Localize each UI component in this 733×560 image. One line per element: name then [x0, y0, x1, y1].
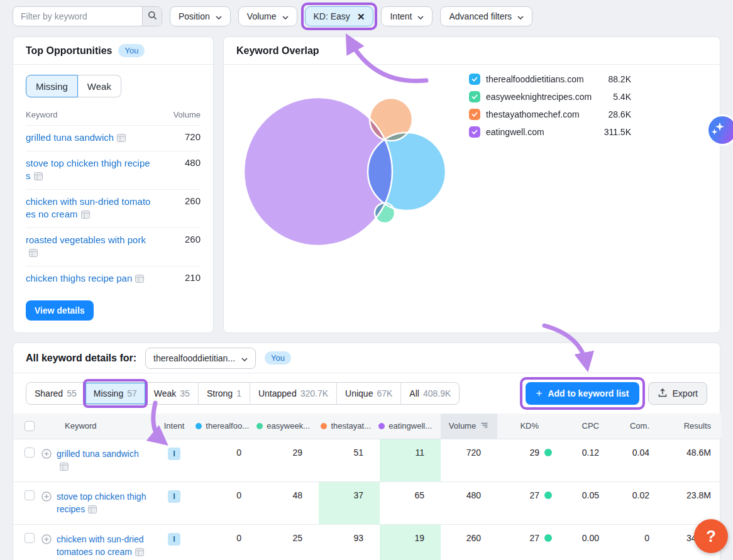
competitor-position-cell: 37 — [319, 481, 380, 524]
volume-header-label: Volume — [449, 421, 476, 431]
col-header-kd[interactable]: KD% — [497, 414, 560, 439]
keyword-link[interactable]: chicken with sun-dried tomatoes no cream — [26, 195, 155, 222]
col-header-competitor[interactable]: thestayat... — [319, 414, 380, 439]
export-icon — [658, 388, 668, 400]
expand-plus-icon[interactable] — [41, 491, 52, 517]
tab-label: Untapped — [258, 388, 297, 398]
top-opportunities-list: grilled tuna sandwich720stove top chicke… — [26, 125, 201, 292]
serp-features-icon — [60, 461, 69, 474]
row-checkbox[interactable] — [25, 533, 35, 543]
competitor-position-cell: 25 — [258, 524, 319, 560]
keyword-details-table: KeywordIntenttherealfoo...easyweek...the… — [13, 414, 721, 560]
volume-cell: 720 — [441, 439, 497, 481]
volume-cell: 260 — [441, 524, 497, 560]
competitor-domain-label: easyweek... — [267, 421, 310, 431]
tab-untapped[interactable]: Untapped320.7K — [250, 383, 337, 404]
overlap-legend: therealfooddietitians.com88.2Keasyweekni… — [469, 74, 631, 144]
keyword-link[interactable]: stove top chicken thigh recipes — [26, 157, 155, 184]
col-header-com[interactable]: Com. — [615, 414, 666, 439]
search-button[interactable] — [142, 7, 162, 26]
keyword-link[interactable]: chicken thighs recipe pan — [26, 272, 155, 286]
tab-count: 408.9K — [423, 388, 451, 398]
serp-features-icon — [135, 547, 144, 559]
domain-color-dot — [256, 423, 263, 429]
kd-cell: 27 — [497, 524, 560, 560]
tab-strong[interactable]: Strong1 — [199, 383, 250, 404]
expand-plus-icon[interactable] — [41, 534, 52, 559]
tab-weak[interactable]: Weak — [78, 75, 121, 97]
tab-label: Shared — [35, 388, 63, 398]
keyword-text: chicken with sun-dried tomatoes no cream — [57, 534, 144, 557]
domain-select[interactable]: therealfooddietitian... — [145, 348, 256, 369]
keyword-link[interactable]: roasted vegetables with pork — [26, 234, 155, 260]
competitor-position-cell: 51 — [319, 439, 380, 481]
add-to-list-wrap: + Add to keyword list — [526, 382, 639, 405]
competitor-position-cell: 65 — [380, 481, 441, 524]
table-row: chicken with sun-dried tomatoes no cream… — [13, 524, 721, 560]
volume-filter-dropdown[interactable]: Volume — [238, 6, 297, 26]
legend-domain: eatingwell.com — [486, 127, 544, 137]
tab-shared[interactable]: Shared55 — [26, 383, 85, 404]
keyword-link[interactable]: chicken with sun-dried tomatoes no cream — [57, 533, 147, 559]
tab-weak[interactable]: Weak35 — [146, 383, 199, 404]
intent-badge[interactable]: I — [168, 533, 180, 546]
row-checkbox[interactable] — [25, 490, 35, 500]
keyword-link[interactable]: grilled tuna sandwich — [57, 447, 147, 474]
tab-count: 55 — [67, 388, 77, 398]
com-cell: 0 — [615, 524, 666, 560]
intent-badge[interactable]: I — [168, 447, 180, 460]
help-button[interactable]: ? — [694, 519, 728, 553]
row-checkbox[interactable] — [25, 447, 35, 458]
col-header-cpc[interactable]: CPC — [560, 414, 615, 439]
col-header-competitor[interactable]: therealfoo... — [197, 414, 258, 439]
you-badge: You — [265, 351, 291, 365]
row-checkbox-cell — [13, 439, 37, 481]
col-header-results[interactable]: Results — [666, 414, 721, 439]
col-header-competitor[interactable]: easyweek... — [258, 414, 319, 439]
details-title: All keyword details for: — [26, 353, 136, 364]
domain-checkbox[interactable] — [469, 91, 480, 102]
keyword-filter-input[interactable] — [13, 7, 142, 26]
kd-filter-chip[interactable]: KD: Easy ✕ — [305, 6, 374, 26]
domain-select-value: therealfooddietitian... — [153, 353, 235, 363]
keyword-text: chicken thighs recipe pan — [26, 273, 132, 283]
domain-checkbox[interactable] — [469, 74, 480, 85]
view-details-button[interactable]: View details — [26, 300, 94, 321]
intent-badge[interactable]: I — [168, 490, 180, 503]
tab-all[interactable]: All408.9K — [401, 383, 459, 404]
domain-checkbox[interactable] — [469, 126, 480, 138]
close-icon[interactable]: ✕ — [357, 12, 365, 21]
legend-domain: easyweeknightrecipes.com — [486, 92, 592, 102]
keyword-link[interactable]: grilled tuna sandwich — [26, 131, 155, 145]
competitor-position-cell: 19 — [380, 524, 441, 560]
tab-missing[interactable]: Missing — [26, 75, 78, 97]
add-to-keyword-list-label: Add to keyword list — [548, 388, 629, 398]
col-header-volume[interactable]: Volume — [441, 414, 497, 439]
select-all-checkbox-cell — [13, 414, 37, 439]
intent-filter-label: Intent — [390, 11, 412, 21]
advanced-filters-dropdown[interactable]: Advanced filters — [440, 6, 532, 26]
keyword-link[interactable]: stove top chicken thigh recipes — [57, 490, 147, 517]
competitor-position-cell: 0 — [197, 439, 258, 481]
you-badge: You — [118, 44, 145, 57]
ai-assistant-button[interactable] — [707, 114, 733, 146]
domain-checkbox[interactable] — [469, 109, 480, 120]
chevron-down-icon — [241, 353, 248, 363]
add-to-keyword-list-button[interactable]: + Add to keyword list — [526, 382, 639, 405]
tab-label: Unique — [345, 388, 373, 398]
legend-value: 28.6K — [608, 109, 631, 119]
export-button[interactable]: Export — [648, 382, 707, 405]
position-filter-dropdown[interactable]: Position — [170, 6, 231, 26]
col-header-competitor[interactable]: eatingwell... — [380, 414, 441, 439]
expand-plus-icon[interactable] — [41, 449, 52, 474]
legend-value: 5.4K — [613, 92, 631, 102]
select-all-checkbox[interactable] — [25, 421, 35, 431]
kd-difficulty-dot — [544, 491, 552, 499]
tab-missing[interactable]: Missing57 — [85, 383, 146, 404]
competitor-position-cell: 0 — [197, 481, 258, 524]
intent-filter-dropdown[interactable]: Intent — [381, 6, 433, 26]
keyword-gap-page: Position Volume KD: Easy ✕ Intent Advanc… — [0, 0, 733, 560]
tab-unique[interactable]: Unique67K — [337, 383, 401, 404]
tab-label: Weak — [154, 388, 177, 398]
keyword-cell: grilled tuna sandwich — [37, 439, 152, 481]
